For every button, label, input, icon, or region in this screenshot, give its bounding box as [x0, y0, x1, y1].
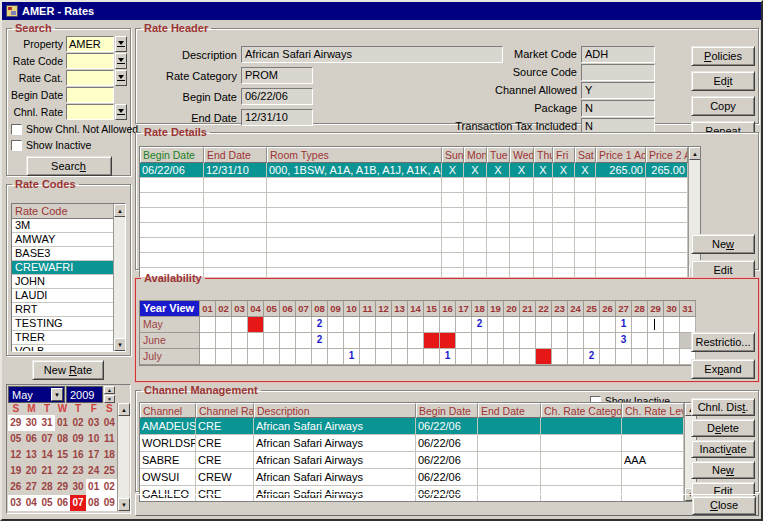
- table-cell[interactable]: 06/22/06: [140, 163, 204, 178]
- availability-cell[interactable]: [264, 333, 280, 349]
- table-cell[interactable]: X: [487, 163, 510, 178]
- table-cell[interactable]: [541, 435, 622, 452]
- calendar-scroll-down-button[interactable]: ▼: [118, 498, 130, 511]
- calendar-day[interactable]: 02: [101, 479, 117, 495]
- table-row[interactable]: SABRECREAfrican Safari Airways06/22/06AA…: [140, 452, 684, 469]
- table-cell[interactable]: X: [464, 163, 487, 178]
- availability-cell[interactable]: [424, 317, 440, 333]
- table-cell[interactable]: [478, 418, 541, 435]
- availability-cell[interactable]: [328, 317, 344, 333]
- calendar-day[interactable]: 05: [8, 431, 24, 447]
- availability-cell[interactable]: [360, 317, 376, 333]
- calendar-day[interactable]: 05: [39, 495, 55, 511]
- show-chnl-not-allowed-checkbox[interactable]: Show Chnl. Not Allowed: [11, 122, 128, 136]
- calendar-day[interactable]: 04: [24, 495, 40, 511]
- rate-code-item[interactable]: RRT: [12, 303, 113, 317]
- calendar-day[interactable]: 01: [86, 479, 102, 495]
- table-cell[interactable]: 06/22/06: [416, 435, 478, 452]
- availability-cell[interactable]: [680, 317, 696, 333]
- table-cell[interactable]: CRE: [196, 418, 254, 435]
- availability-cell[interactable]: [232, 333, 248, 349]
- availability-cell[interactable]: [616, 349, 632, 365]
- calendar-day[interactable]: 04: [101, 415, 117, 431]
- calendar-day[interactable]: 29: [55, 479, 71, 495]
- availability-cell[interactable]: [328, 349, 344, 365]
- calendar-scroll-up-button[interactable]: ▲: [118, 403, 130, 416]
- rate-code-item[interactable]: LAUDI: [12, 289, 113, 303]
- rate-code-item[interactable]: JOHN: [12, 275, 113, 289]
- table-row[interactable]: 06/22/0612/31/10000, 1BSW, A1A, A1B, A1J…: [140, 163, 688, 178]
- availability-cell[interactable]: [568, 333, 584, 349]
- availability-cell[interactable]: 2: [312, 317, 328, 333]
- year-view-label[interactable]: Year View: [140, 301, 200, 317]
- availability-cell[interactable]: [440, 317, 456, 333]
- table-cell[interactable]: 12/31/10: [204, 163, 267, 178]
- availability-cell[interactable]: [456, 317, 472, 333]
- rate-code-item[interactable]: BASE3: [12, 247, 113, 261]
- availability-cell[interactable]: [632, 317, 648, 333]
- table-cell[interactable]: AAA: [622, 452, 684, 469]
- availability-cell[interactable]: [600, 333, 616, 349]
- calendar-day[interactable]: 07: [70, 495, 86, 511]
- calendar-day[interactable]: 09: [101, 495, 117, 511]
- availability-cell[interactable]: [664, 317, 680, 333]
- checkbox-box[interactable]: [11, 140, 22, 151]
- availability-cell[interactable]: [488, 317, 504, 333]
- availability-cell[interactable]: [392, 317, 408, 333]
- calendar-day[interactable]: 27: [24, 479, 40, 495]
- availability-cell[interactable]: [408, 349, 424, 365]
- calendar-day[interactable]: 24: [86, 463, 102, 479]
- rate-code-item[interactable]: VOLB: [12, 345, 113, 352]
- table-cell[interactable]: X: [510, 163, 534, 178]
- availability-cell[interactable]: [296, 349, 312, 365]
- availability-cell[interactable]: [424, 349, 440, 365]
- availability-cell[interactable]: [600, 349, 616, 365]
- availability-restrictio-button[interactable]: Restrictio...: [691, 332, 755, 352]
- calendar-day[interactable]: 03: [86, 415, 102, 431]
- availability-cell[interactable]: 2: [472, 317, 488, 333]
- calendar-day[interactable]: 17: [86, 447, 102, 463]
- table-cell[interactable]: CRE: [196, 435, 254, 452]
- availability-cell[interactable]: [664, 333, 680, 349]
- search-rate-code-input[interactable]: [66, 53, 114, 69]
- availability-cell[interactable]: [376, 349, 392, 365]
- availability-cell[interactable]: 3: [616, 333, 632, 349]
- calendar-day[interactable]: 22: [55, 463, 71, 479]
- table-cell[interactable]: 06/22/06: [416, 469, 478, 486]
- table-cell[interactable]: 265.00: [596, 163, 646, 178]
- table-cell[interactable]: 06/22/06: [416, 452, 478, 469]
- availability-cell[interactable]: [408, 333, 424, 349]
- availability-cell[interactable]: [520, 317, 536, 333]
- calendar-day[interactable]: 08: [55, 431, 71, 447]
- table-cell[interactable]: OWSUI: [140, 469, 196, 486]
- availability-cell[interactable]: [392, 333, 408, 349]
- availability-cell[interactable]: [664, 349, 680, 365]
- channel-table[interactable]: ChannelChannel RateDescriptionBegin Date…: [139, 402, 697, 502]
- availability-cell[interactable]: [360, 333, 376, 349]
- table-cell[interactable]: X: [575, 163, 596, 178]
- availability-cell[interactable]: 1: [440, 349, 456, 365]
- availability-cell[interactable]: [248, 317, 264, 333]
- calendar-day[interactable]: 16: [70, 447, 86, 463]
- availability-cell[interactable]: [536, 317, 552, 333]
- availability-cell[interactable]: [376, 333, 392, 349]
- search-chnl-rate-input[interactable]: [66, 104, 114, 120]
- availability-cell[interactable]: 1: [344, 349, 360, 365]
- channel-inactivate-button[interactable]: Inactivate: [691, 440, 755, 458]
- calendar-month-select[interactable]: May ▼: [8, 386, 65, 403]
- search-chnl-rate-lov-button[interactable]: [115, 104, 127, 120]
- channel-new-button[interactable]: New: [691, 461, 755, 479]
- calendar-scrollbar[interactable]: ▲ ▼: [117, 403, 129, 511]
- availability-cell[interactable]: [584, 317, 600, 333]
- availability-cell[interactable]: 1: [616, 317, 632, 333]
- availability-cell[interactable]: [216, 349, 232, 365]
- availability-cell[interactable]: [536, 333, 552, 349]
- table-cell[interactable]: African Safari Airways: [254, 452, 416, 469]
- close-button[interactable]: Close: [692, 496, 756, 515]
- rate-details-new-button[interactable]: New: [691, 234, 755, 254]
- availability-cell[interactable]: [504, 333, 520, 349]
- availability-cell[interactable]: [552, 333, 568, 349]
- calendar-day[interactable]: 13: [24, 447, 40, 463]
- calendar-day[interactable]: 21: [39, 463, 55, 479]
- calendar-day[interactable]: 10: [86, 431, 102, 447]
